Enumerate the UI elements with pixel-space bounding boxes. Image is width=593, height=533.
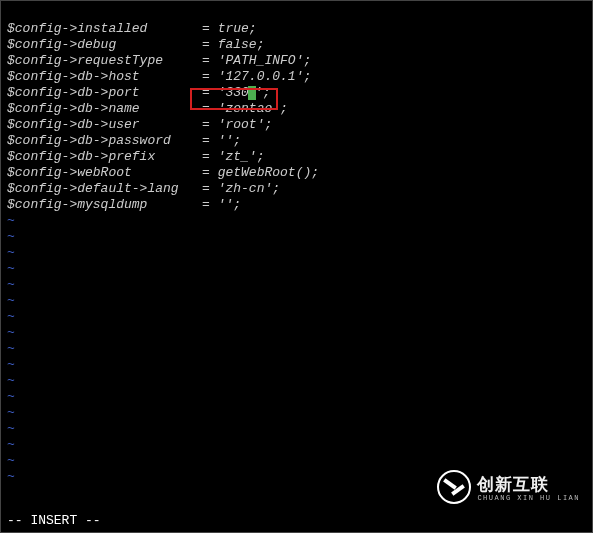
vim-empty-line-tilde: ~	[7, 293, 586, 309]
code-line[interactable]: $config->db->user = 'root';	[7, 117, 586, 133]
vim-empty-line-tilde: ~	[7, 245, 586, 261]
code-line[interactable]: $config->debug = false;	[7, 37, 586, 53]
code-line[interactable]: $config->db->password = '';	[7, 133, 586, 149]
vim-empty-line-tilde: ~	[7, 357, 586, 373]
vim-empty-line-tilde: ~	[7, 405, 586, 421]
code-line[interactable]: $config->db->name = 'zentao';	[7, 101, 586, 117]
code-line[interactable]: $config->webRoot = getWebRoot();	[7, 165, 586, 181]
vim-empty-line-tilde: ~	[7, 261, 586, 277]
vim-mode-line: -- INSERT --	[7, 513, 101, 528]
vim-empty-line-tilde: ~	[7, 325, 586, 341]
code-line[interactable]: $config->db->host = '127.0.0.1';	[7, 69, 586, 85]
vim-empty-line-tilde: ~	[7, 229, 586, 245]
watermark: 创新互联 CHUANG XIN HU LIAN	[437, 470, 580, 504]
vim-empty-line-tilde: ~	[7, 341, 586, 357]
watermark-brand-en: CHUANG XIN HU LIAN	[477, 494, 580, 502]
code-line[interactable]: $config->default->lang = 'zh-cn';	[7, 181, 586, 197]
code-line[interactable]: $config->requestType = 'PATH_INFO';	[7, 53, 586, 69]
terminal-editor[interactable]: $config->installed = true;$config->debug…	[1, 1, 592, 489]
vim-empty-line-tilde: ~	[7, 309, 586, 325]
vim-empty-line-tilde: ~	[7, 453, 586, 469]
code-line[interactable]: $config->mysqldump = '';	[7, 197, 586, 213]
watermark-brand-cn: 创新互联	[477, 473, 580, 496]
text-cursor	[248, 86, 256, 100]
vim-empty-line-tilde: ~	[7, 213, 586, 229]
vim-empty-line-tilde: ~	[7, 421, 586, 437]
code-line[interactable]	[7, 5, 586, 21]
vim-empty-line-tilde: ~	[7, 373, 586, 389]
watermark-logo-icon	[437, 470, 471, 504]
code-line[interactable]: $config->installed = true;	[7, 21, 586, 37]
code-line[interactable]: $config->db->port = '330';	[7, 85, 586, 101]
vim-empty-line-tilde: ~	[7, 437, 586, 453]
vim-empty-line-tilde: ~	[7, 389, 586, 405]
code-line[interactable]: $config->db->prefix = 'zt_';	[7, 149, 586, 165]
vim-empty-line-tilde: ~	[7, 277, 586, 293]
